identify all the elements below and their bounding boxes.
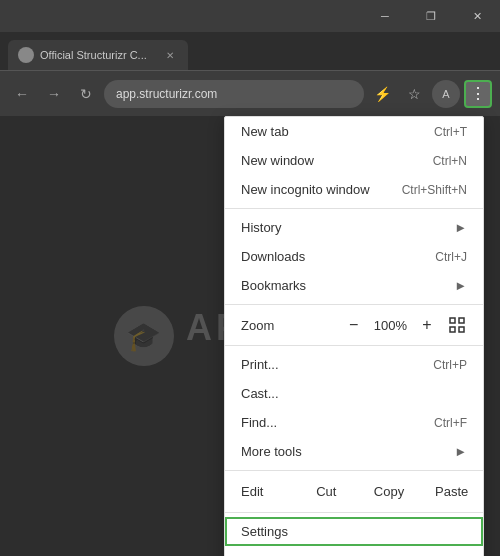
paste-button[interactable]: Paste bbox=[420, 479, 483, 504]
avatar-button[interactable]: A bbox=[432, 80, 460, 108]
address-input[interactable]: app.structurizr.com bbox=[104, 80, 364, 108]
minimize-button[interactable]: ─ bbox=[362, 0, 408, 32]
tab-favicon bbox=[18, 47, 34, 63]
titlebar: ─ ❐ ✕ bbox=[0, 0, 500, 32]
svg-rect-1 bbox=[459, 318, 464, 323]
menu-item-cast[interactable]: Cast... bbox=[225, 379, 483, 408]
menu-item-new-window[interactable]: New window Ctrl+N bbox=[225, 146, 483, 175]
separator-5 bbox=[225, 512, 483, 513]
menu-item-print[interactable]: Print... Ctrl+P bbox=[225, 350, 483, 379]
svg-rect-3 bbox=[459, 327, 464, 332]
zoom-out-button[interactable]: − bbox=[342, 313, 366, 337]
menu-item-more-tools[interactable]: More tools ► bbox=[225, 437, 483, 466]
back-button[interactable]: ← bbox=[8, 80, 36, 108]
address-bar: ← → ↻ app.structurizr.com ⚡ ☆ A ⋮ bbox=[0, 70, 500, 116]
menu-item-find[interactable]: Find... Ctrl+F bbox=[225, 408, 483, 437]
menu-item-settings[interactable]: Settings bbox=[225, 517, 483, 546]
restore-button[interactable]: ❐ bbox=[408, 0, 454, 32]
svg-rect-0 bbox=[450, 318, 455, 323]
edit-row: Edit Cut Copy Paste bbox=[225, 475, 483, 508]
copy-button[interactable]: Copy bbox=[358, 479, 421, 504]
cut-button[interactable]: Cut bbox=[295, 479, 358, 504]
separator-3 bbox=[225, 345, 483, 346]
chrome-menu-button[interactable]: ⋮ bbox=[464, 80, 492, 108]
separator-1 bbox=[225, 208, 483, 209]
menu-item-history[interactable]: History ► bbox=[225, 213, 483, 242]
menu-item-downloads[interactable]: Downloads Ctrl+J bbox=[225, 242, 483, 271]
tab-bar: Official Structurizr C... ✕ bbox=[0, 32, 500, 70]
svg-rect-2 bbox=[450, 327, 455, 332]
reload-button[interactable]: ↻ bbox=[72, 80, 100, 108]
menu-item-help[interactable]: Help ► bbox=[225, 546, 483, 556]
window-controls: ─ ❐ ✕ bbox=[362, 0, 500, 32]
bookmark-button[interactable]: ☆ bbox=[400, 80, 428, 108]
zoom-row: Zoom − 100% + bbox=[225, 309, 483, 341]
close-button[interactable]: ✕ bbox=[454, 0, 500, 32]
menu-item-new-tab[interactable]: New tab Ctrl+T bbox=[225, 117, 483, 146]
separator-2 bbox=[225, 304, 483, 305]
menu-item-new-incognito[interactable]: New incognito window Ctrl+Shift+N bbox=[225, 175, 483, 204]
forward-button[interactable]: → bbox=[40, 80, 68, 108]
zoom-in-button[interactable]: + bbox=[415, 313, 439, 337]
mascot-icon: 🎓 bbox=[114, 306, 174, 366]
tab-title: Official Structurizr C... bbox=[40, 49, 147, 61]
menu-item-bookmarks[interactable]: Bookmarks ► bbox=[225, 271, 483, 300]
fullscreen-button[interactable] bbox=[447, 315, 467, 335]
chrome-dropdown-menu: New tab Ctrl+T New window Ctrl+N New inc… bbox=[224, 116, 484, 556]
extensions-button[interactable]: ⚡ bbox=[368, 80, 396, 108]
tab-close-button[interactable]: ✕ bbox=[162, 47, 178, 63]
separator-4 bbox=[225, 470, 483, 471]
active-tab[interactable]: Official Structurizr C... ✕ bbox=[8, 40, 188, 70]
